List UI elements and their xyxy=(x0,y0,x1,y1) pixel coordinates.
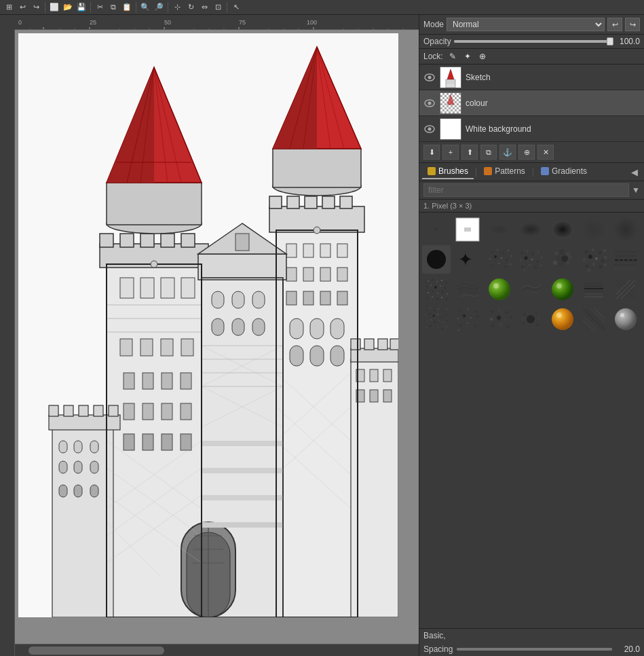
toolbar-select-icon[interactable]: ⊹ xyxy=(171,1,183,14)
toolbar-undo-icon[interactable]: ↩ xyxy=(16,1,29,14)
toolbar-grid-icon[interactable]: ⊞ xyxy=(3,1,15,14)
svg-point-219 xyxy=(525,257,528,260)
svg-point-279 xyxy=(556,283,562,289)
layer-move-up-button[interactable]: ⬆ xyxy=(461,145,478,160)
svg-point-185 xyxy=(428,101,432,105)
tab-brushes[interactable]: Brushes xyxy=(422,164,474,179)
brush-filter-input[interactable] xyxy=(423,183,629,197)
brush-small-scatter[interactable] xyxy=(422,305,451,333)
toolbar-zoom-out-icon[interactable]: 🔎 xyxy=(153,1,165,14)
svg-point-318 xyxy=(476,311,478,313)
layer-white-visibility[interactable] xyxy=(423,123,436,135)
brush-green-sphere-1[interactable] xyxy=(485,275,514,304)
layer-move-down-button[interactable]: ⬇ xyxy=(423,145,440,160)
layer-sketch[interactable]: Sketch xyxy=(419,65,644,90)
brush-small-white[interactable] xyxy=(453,215,482,244)
svg-rect-49 xyxy=(162,403,172,420)
brush-wispy-lines[interactable] xyxy=(453,275,482,304)
brush-wispy-2[interactable] xyxy=(516,275,545,304)
toolbar-copy-icon[interactable]: ⧉ xyxy=(107,1,119,14)
brush-sparse-scatter[interactable] xyxy=(453,305,482,333)
toolbar-save-icon[interactable]: 💾 xyxy=(75,1,88,14)
brush-stipple-2[interactable] xyxy=(516,245,545,274)
layer-colour-visibility[interactable] xyxy=(423,97,436,109)
svg-rect-120 xyxy=(235,234,249,251)
layer-anchor-button[interactable]: ⚓ xyxy=(499,145,516,160)
tab-patterns[interactable]: Patterns xyxy=(478,164,531,179)
toolbar-redo-icon[interactable]: ↪ xyxy=(30,1,42,14)
svg-rect-60 xyxy=(181,234,195,247)
brush-gold-sphere[interactable] xyxy=(548,305,577,333)
layer-duplicate-button[interactable]: ⧉ xyxy=(480,145,497,160)
toolbar-flip-icon[interactable]: ⇔ xyxy=(198,1,210,14)
horizontal-scrollbar[interactable] xyxy=(15,644,419,656)
brush-cloud[interactable] xyxy=(548,245,577,274)
brush-crosshatch[interactable] xyxy=(611,275,640,304)
svg-rect-131 xyxy=(370,390,378,402)
brush-soft-1[interactable] xyxy=(485,215,514,244)
toolbar-cursor-icon[interactable]: ↖ xyxy=(230,1,242,14)
svg-point-241 xyxy=(583,258,586,261)
toolbar-paste-icon[interactable]: 📋 xyxy=(121,1,133,14)
filter-dropdown-arrow[interactable]: ▼ xyxy=(632,185,640,195)
castle-svg xyxy=(18,33,398,617)
layer-colour[interactable]: colour xyxy=(419,90,644,116)
toolbar-transform-icon[interactable]: ⊡ xyxy=(212,1,224,14)
layer-delete-button[interactable]: ✕ xyxy=(537,145,554,160)
brush-textured-scatter[interactable] xyxy=(485,305,514,333)
undo-button[interactable]: ↩ xyxy=(607,18,622,31)
lock-all-icon[interactable]: ⊕ xyxy=(477,51,488,62)
svg-rect-47 xyxy=(124,403,134,420)
brush-large-stipple[interactable] xyxy=(580,245,608,274)
brush-texture-1[interactable] xyxy=(422,275,451,304)
canvas-container[interactable] xyxy=(15,30,419,644)
toolbar-new-icon[interactable]: ⬜ xyxy=(48,1,60,14)
layer-sketch-visibility[interactable] xyxy=(423,71,436,84)
mode-select[interactable]: Normal Multiply Screen Overlay xyxy=(447,18,605,31)
svg-point-249 xyxy=(604,263,607,266)
opacity-value: 100.0 xyxy=(616,37,640,46)
brush-wispy[interactable] xyxy=(580,215,608,244)
svg-rect-34 xyxy=(161,278,174,298)
toolbar-cut-icon[interactable]: ✂ xyxy=(94,1,106,14)
svg-point-205 xyxy=(489,258,491,259)
svg-point-199 xyxy=(427,250,446,269)
brushes-panel-expand[interactable]: ◀ xyxy=(628,165,641,179)
brush-green-sphere-2[interactable] xyxy=(548,275,577,304)
brush-big-soft[interactable] xyxy=(611,215,640,244)
svg-point-223 xyxy=(521,266,524,268)
brush-diagonal-lines[interactable] xyxy=(580,305,608,333)
svg-point-316 xyxy=(459,310,461,312)
layer-add-button[interactable]: + xyxy=(442,145,459,160)
spacing-bar: Spacing 20.0 xyxy=(419,642,644,656)
brush-pixel-dot[interactable] xyxy=(422,215,451,244)
lock-label: Lock: xyxy=(423,52,443,61)
brush-solid-circle[interactable] xyxy=(422,245,451,274)
layer-merge-button[interactable]: ⊕ xyxy=(518,145,535,160)
lock-position-icon[interactable]: ✦ xyxy=(462,51,473,62)
toolbar-open-icon[interactable]: 📂 xyxy=(62,1,74,14)
toolbar-zoom-in-icon[interactable]: 🔍 xyxy=(139,1,151,14)
brush-circle-outline[interactable] xyxy=(611,305,640,333)
brush-soft-2[interactable] xyxy=(516,215,545,244)
brush-lines[interactable] xyxy=(580,275,608,304)
toolbar-rotate-icon[interactable]: ↻ xyxy=(185,1,197,14)
brush-star[interactable]: ✦ xyxy=(453,245,482,274)
svg-rect-48 xyxy=(143,403,153,420)
brush-stipple-1[interactable] xyxy=(485,245,514,274)
brush-ink-splatter[interactable] xyxy=(516,305,545,333)
scroll-thumb[interactable] xyxy=(29,646,164,655)
svg-point-175 xyxy=(314,227,320,234)
svg-rect-45 xyxy=(162,373,172,389)
lock-pixels-icon[interactable]: ✎ xyxy=(447,51,458,62)
redo-button[interactable]: ↪ xyxy=(625,18,640,31)
svg-point-261 xyxy=(426,286,428,288)
opacity-slider[interactable] xyxy=(454,40,613,43)
brush-dark-ellipse[interactable] xyxy=(548,215,577,244)
svg-point-292 xyxy=(426,309,428,310)
layer-white-bg[interactable]: White background xyxy=(419,116,644,142)
tab-gradients[interactable]: Gradients xyxy=(535,164,592,179)
svg-point-234 xyxy=(553,261,557,265)
brush-dash[interactable] xyxy=(611,245,640,274)
spacing-slider[interactable] xyxy=(457,648,612,651)
